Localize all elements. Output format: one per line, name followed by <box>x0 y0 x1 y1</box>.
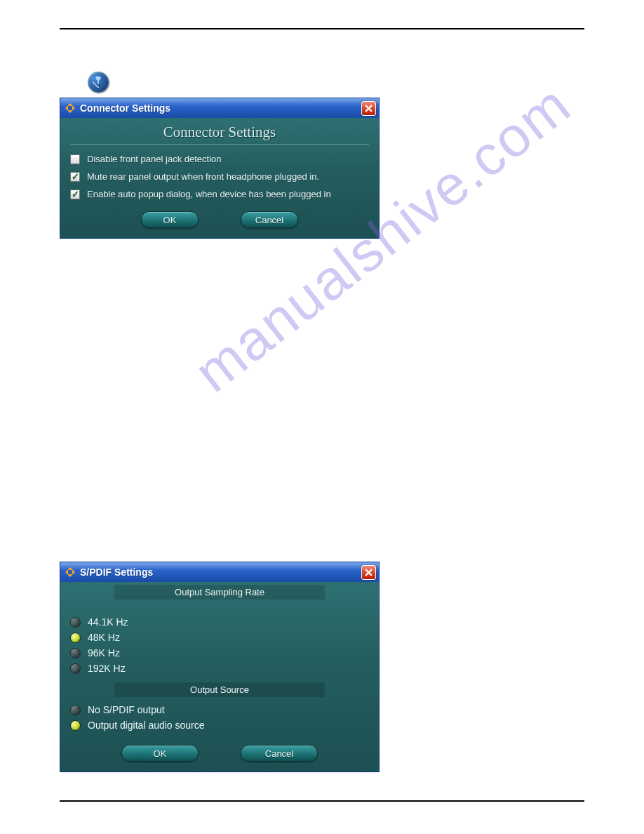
top-rule <box>60 28 584 29</box>
spdif-settings-dialog: S/PDIF Settings Output Sampling Rate 44.… <box>60 562 380 772</box>
option-label: Mute rear panel output when front headph… <box>87 171 319 182</box>
close-icon <box>365 569 373 576</box>
source-digital-audio[interactable]: Output digital audio source <box>70 720 369 731</box>
wrench-icon[interactable] <box>88 72 109 93</box>
svg-point-1 <box>69 571 72 574</box>
radio[interactable] <box>70 617 81 628</box>
titlebar: S/PDIF Settings <box>60 562 379 582</box>
ok-button[interactable]: OK <box>121 745 199 762</box>
close-button[interactable] <box>361 565 376 580</box>
rate-96k[interactable]: 96K Hz <box>70 647 369 658</box>
radio-label: 48K Hz <box>88 632 120 643</box>
radio-label: No S/PDIF output <box>88 704 165 715</box>
radio[interactable] <box>70 633 81 643</box>
dialog-title: S/PDIF Settings <box>80 567 361 578</box>
dialog-heading: Connector Settings <box>70 122 369 145</box>
cancel-button[interactable]: Cancel <box>241 745 318 762</box>
source-no-spdif[interactable]: No S/PDIF output <box>70 704 369 715</box>
option-label: Enable auto popup dialog, when device ha… <box>87 189 331 199</box>
checkbox[interactable] <box>70 154 80 164</box>
cancel-button[interactable]: Cancel <box>241 211 298 228</box>
radio[interactable] <box>70 663 81 674</box>
ok-button[interactable]: OK <box>141 211 199 228</box>
radio[interactable] <box>70 705 81 715</box>
option-disable-jack-detection[interactable]: Disable front panel jack detection <box>70 150 369 168</box>
app-icon <box>65 102 76 114</box>
app-icon <box>65 567 76 578</box>
rate-192k[interactable]: 192K Hz <box>70 663 369 674</box>
connector-settings-dialog: Connector Settings Connector Settings Di… <box>60 98 380 239</box>
option-mute-rear-panel[interactable]: Mute rear panel output when front headph… <box>70 168 369 185</box>
section-output-source: Output Source <box>114 682 325 697</box>
svg-point-0 <box>69 107 72 110</box>
bottom-rule <box>60 800 584 802</box>
close-button[interactable] <box>361 101 376 116</box>
radio-label: 192K Hz <box>88 663 126 674</box>
radio-label: 44.1K Hz <box>88 616 128 628</box>
rate-48k[interactable]: 48K Hz <box>70 632 369 643</box>
titlebar: Connector Settings <box>60 98 379 118</box>
checkbox[interactable] <box>70 172 80 182</box>
radio[interactable] <box>70 648 81 658</box>
radio-label: 96K Hz <box>88 647 120 658</box>
section-output-sampling-rate: Output Sampling Rate <box>114 585 325 600</box>
close-icon <box>365 105 373 112</box>
spacer: manualshive.com <box>60 239 584 562</box>
radio[interactable] <box>70 720 81 731</box>
radio-label: Output digital audio source <box>88 720 205 731</box>
rate-44-1k[interactable]: 44.1K Hz <box>70 616 369 628</box>
dialog-title: Connector Settings <box>80 102 361 114</box>
option-label: Disable front panel jack detection <box>87 154 222 164</box>
checkbox[interactable] <box>70 190 80 199</box>
option-auto-popup[interactable]: Enable auto popup dialog, when device ha… <box>70 185 369 203</box>
